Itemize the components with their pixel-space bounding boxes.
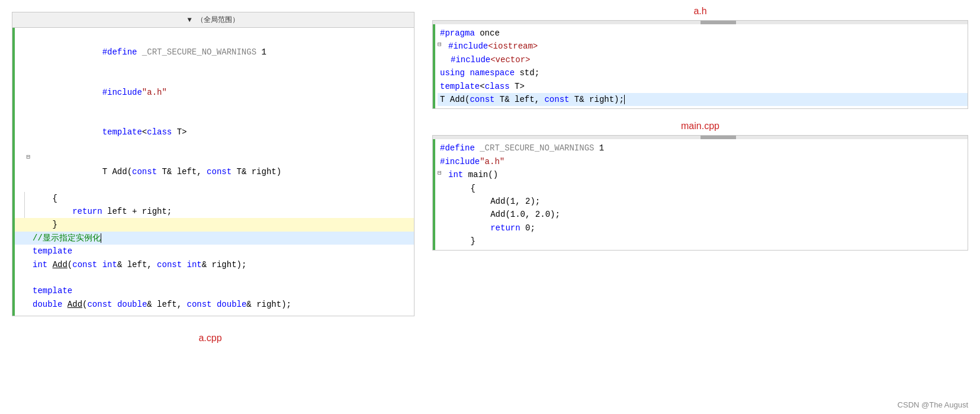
code-line: template: [15, 245, 414, 258]
right-code-line: #define _CRT_SECURE_NO_WARNINGS 1: [438, 142, 968, 155]
keyword: int: [102, 260, 117, 269]
code-text: std;: [519, 68, 539, 78]
keyword: const: [87, 300, 112, 309]
code-line: }: [15, 218, 414, 231]
right-top-lines: #pragma once ⊟ #include<iostream> #inclu…: [433, 24, 968, 108]
keyword: int: [33, 260, 47, 269]
fold-gutter[interactable]: ⊟: [438, 168, 446, 179]
line-content: }: [448, 235, 968, 248]
code-line: ⊟ T Add(const T& left, const T& right): [15, 152, 414, 192]
right-bottom-code-area: #define _CRT_SECURE_NO_WARNINGS 1 #inclu…: [433, 139, 968, 250]
right-top-code-area: #pragma once ⊟ #include<iostream> #inclu…: [433, 24, 968, 108]
func-name: Add: [68, 300, 82, 309]
right-code-line: #include<vector>: [438, 53, 968, 66]
line-content: //显示指定实例化: [33, 232, 412, 245]
code-line: [15, 271, 414, 284]
keyword: double: [33, 300, 62, 309]
keyword: #include: [440, 157, 480, 166]
code-text: T>: [510, 82, 525, 91]
keyword: double: [217, 300, 246, 309]
code-lines-left: #define _CRT_SECURE_NO_WARNINGS 1 #inclu…: [12, 28, 414, 316]
line-content: {: [33, 192, 412, 205]
right-bottom-code-box: #define _CRT_SECURE_NO_WARNINGS 1 #inclu…: [432, 135, 968, 251]
code-line: #define _CRT_SECURE_NO_WARNINGS 1: [15, 33, 414, 72]
line-content: int main(): [446, 168, 968, 181]
line-content: #include"a.h": [438, 155, 968, 168]
keyword: const: [544, 95, 569, 104]
right-code-line: {: [438, 182, 968, 195]
right-bottom-lines: #define _CRT_SECURE_NO_WARNINGS 1 #inclu…: [433, 139, 968, 250]
line-content: #pragma once: [438, 27, 968, 40]
fold-gutter[interactable]: ⊟: [438, 40, 446, 50]
code-line: //显示指定实例化: [15, 232, 414, 245]
keyword: return: [490, 223, 520, 233]
line-content: template: [33, 284, 412, 297]
right-top-label: a.h: [432, 6, 968, 17]
line-gutter: [15, 192, 33, 205]
func-name: Add: [53, 260, 68, 269]
keyword: const: [132, 167, 157, 176]
code-text: T& left,: [157, 167, 207, 176]
line-gutter: [15, 205, 33, 218]
keyword: #include: [451, 55, 490, 65]
right-code-line: }: [438, 235, 968, 248]
keyword: template: [440, 82, 480, 91]
line-content: #include"a.h": [33, 72, 412, 112]
line-content: double Add(const double& left, const dou…: [33, 298, 412, 311]
line-content: #include<iostream>: [446, 40, 968, 53]
right-code-line: ⊟ int main(): [438, 168, 968, 181]
line-content: #define _CRT_SECURE_NO_WARNINGS 1: [33, 33, 412, 72]
left-panel-wrapper: ▼ （全局范围） #define _CRT_SECURE_NO_WARNINGS…: [0, 0, 420, 414]
tab-bar[interactable]: ▼ （全局范围）: [12, 12, 414, 28]
code-text: T>: [172, 127, 187, 137]
line-content: template<class T>: [438, 80, 968, 93]
line-content: [33, 271, 412, 284]
keyword: #include: [102, 88, 142, 97]
code-text: <: [480, 82, 484, 91]
line-content: T Add(const T& left, const T& right);: [438, 93, 968, 106]
line-content: return 0;: [448, 222, 968, 235]
right-bottom-green-bar: [433, 139, 435, 250]
macro-name: _CRT_SECURE_NO_WARNINGS: [142, 47, 256, 57]
right-top-section: a.h #pragma once ⊟ #incl: [432, 6, 968, 109]
keyword: const: [470, 95, 494, 104]
line-content: return left + right;: [33, 205, 412, 218]
keyword: using: [440, 68, 470, 78]
code-area-left: #define _CRT_SECURE_NO_WARNINGS 1 #inclu…: [12, 28, 414, 316]
string: "a.h": [142, 88, 167, 97]
string: <iostream>: [488, 41, 538, 51]
code-line: {: [15, 192, 414, 205]
right-bottom-section: main.cpp #define _CRT_SECURE_NO_WARNINGS…: [432, 121, 968, 251]
right-code-line: #pragma once: [438, 27, 968, 40]
cursor: [101, 233, 101, 243]
line-content: }: [33, 218, 412, 231]
watermark: CSDN @The August: [898, 400, 968, 409]
keyword: double: [117, 300, 147, 309]
line-content: Add(1, 2);: [448, 195, 968, 208]
keyword: #include: [448, 41, 488, 51]
right-code-line: ⊟ #include<iostream>: [438, 40, 968, 53]
code-line: int Add(const int& left, const int& righ…: [15, 258, 414, 271]
right-code-line: T Add(const T& left, const T& right);: [438, 93, 968, 106]
keyword: template: [102, 127, 142, 137]
keyword: namespace: [470, 68, 519, 78]
line-content: template: [33, 245, 412, 258]
fold-icon[interactable]: ⊟: [26, 152, 30, 163]
code-text: 1: [594, 143, 604, 153]
keyword: int: [187, 260, 202, 269]
code-line: template<class T>: [15, 112, 414, 152]
code-line: return left + right;: [15, 205, 414, 218]
right-bottom-label: main.cpp: [432, 121, 968, 131]
line-content: {: [448, 182, 968, 195]
keyword: template: [33, 246, 72, 256]
dropdown-arrow[interactable]: ▼: [187, 16, 191, 24]
tab-label: （全局范围）: [197, 15, 239, 25]
right-code-line: Add(1, 2);: [438, 195, 968, 208]
keyword: const: [72, 260, 97, 269]
keyword: return: [72, 207, 102, 216]
code-text: T& right): [232, 167, 281, 176]
left-file-label: a.cpp: [0, 328, 420, 348]
line-content: #include<vector>: [448, 53, 968, 66]
code-text: T Add(: [102, 167, 132, 176]
keyword: const: [187, 300, 212, 309]
